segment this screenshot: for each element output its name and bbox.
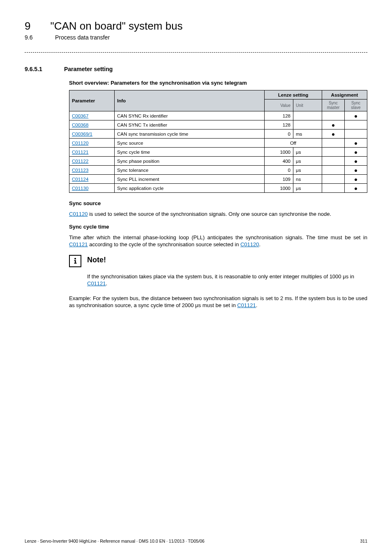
page-header: 9 "CAN on board" system bus 9.6 Process … [25,20,367,41]
separator [25,52,367,53]
unit-cell: μs [293,184,322,193]
parameter-table: Parameter Info Lenze setting Assignment … [69,90,367,193]
table-row: C01122Sync phase position400μs● [69,157,367,166]
slave-cell [345,120,367,130]
param-link[interactable]: C01122 [72,159,88,164]
link-c01120[interactable]: C01120 [69,211,88,217]
sync-cycle-end: . [259,241,261,247]
sync-source-heading: Sync source [69,200,367,206]
svg-rect-3 [74,263,77,264]
col-sync-master: Sync master [322,99,345,111]
note-body-post: . [106,280,108,287]
master-cell [322,139,345,148]
unit-cell [293,111,322,120]
unit-cell: ms [293,130,322,139]
col-unit: Unit [293,99,322,111]
info-icon [69,255,81,267]
param-link[interactable]: C01121 [72,150,88,155]
slave-cell: ● [345,111,367,120]
slave-cell: ● [345,184,367,193]
note-body: If the synchronisation takes place via t… [87,273,367,287]
slave-cell: ● [345,166,367,175]
info-cell: CAN SYNC Rx identifier [115,111,265,120]
unit-cell: ns [293,175,322,184]
example-text: Example: For the system bus, the distanc… [69,295,367,309]
param-link[interactable]: C00368 [72,123,88,127]
unit-cell [293,120,322,130]
master-cell [322,111,345,120]
footer-page-number: 311 [360,539,367,543]
sync-cycle-heading: Sync cycle time [69,224,367,230]
col-value: Value [265,99,293,111]
unit-cell: μs [293,166,322,175]
master-cell [322,175,345,184]
chapter-number: 9 [25,20,30,32]
slave-cell: ● [345,157,367,166]
value-cell: 1000 [265,148,293,157]
col-info: Info [115,90,265,111]
table-row: C01120Sync sourceOff● [69,139,367,148]
value-cell: 128 [265,120,293,130]
svg-point-0 [74,258,76,259]
info-cell: CAN sync transmission cycle time [115,130,265,139]
unit-cell: μs [293,148,322,157]
table-row: C01130Sync application cycle1000μs● [69,184,367,193]
master-cell [322,148,345,157]
table-row: C01121Sync cycle time1000μs● [69,148,367,157]
table-row: C01123Sync tolerance0μs● [69,166,367,175]
value-cell: Off [265,139,322,148]
info-cell: Sync application cycle [115,184,265,193]
master-cell: ● [322,120,345,130]
section-number: 9.6 [25,34,35,41]
table-row: C00369/1CAN sync transmission cycle time… [69,130,367,139]
value-cell: 0 [265,166,293,175]
col-lenze-setting: Lenze setting [265,90,322,99]
param-link[interactable]: C00369/1 [72,132,92,136]
info-cell: Sync cycle time [115,148,265,157]
param-link[interactable]: C01120 [72,141,88,146]
info-cell: Sync PLL increment [115,175,265,184]
master-cell [322,166,345,175]
sync-cycle-text: Time after which the internal phase-lock… [69,234,367,248]
master-cell [322,184,345,193]
col-parameter: Parameter [69,90,115,111]
note-box: Note! [69,255,367,267]
sync-cycle-pre: Time after which the internal phase-lock… [69,234,367,240]
footer-left: Lenze · Servo-Inverter 9400 HighLine · R… [25,539,205,543]
value-cell: 1000 [265,184,293,193]
value-cell: 0 [265,130,293,139]
sync-source-text: C01120 is used to select the source of t… [69,210,367,218]
param-link[interactable]: C01130 [72,186,88,191]
info-cell: Sync tolerance [115,166,265,175]
master-cell [322,157,345,166]
info-cell: Sync phase position [115,157,265,166]
master-cell: ● [322,130,345,139]
info-cell: Sync source [115,139,265,148]
value-cell: 109 [265,175,293,184]
note-title: Note! [87,256,106,264]
col-sync-slave: Sync slave [345,99,367,111]
example-post: . [256,302,258,308]
subsection-title: Parameter setting [64,66,113,72]
table-row: C00367CAN SYNC Rx identifier128● [69,111,367,120]
value-cell: 128 [265,111,293,120]
link-c01121-note[interactable]: C01121 [87,280,106,287]
param-link[interactable]: C01124 [72,177,88,182]
slave-cell: ● [345,175,367,184]
link-c01121[interactable]: C01121 [69,241,88,247]
section-title: Process data transfer [55,34,110,41]
param-link[interactable]: C00367 [72,113,88,118]
slave-cell: ● [345,139,367,148]
slave-cell [345,130,367,139]
chapter-title: "CAN on board" system bus [50,20,182,32]
subsection-heading: 9.6.5.1 Parameter setting [25,66,367,72]
sync-source-suffix: is used to select the source of the sync… [88,211,332,217]
param-link[interactable]: C01123 [72,168,88,173]
link-c01120-b[interactable]: C01120 [240,241,259,247]
example-pre: Example: For the system bus, the distanc… [69,295,367,309]
value-cell: 400 [265,157,293,166]
overview-heading: Short overview: Parameters for the synch… [69,80,367,86]
link-c01121-example[interactable]: C01121 [237,302,256,308]
info-cell: CAN SYNC Tx identifier [115,120,265,130]
note-body-pre: If the synchronisation takes place via t… [87,273,354,280]
